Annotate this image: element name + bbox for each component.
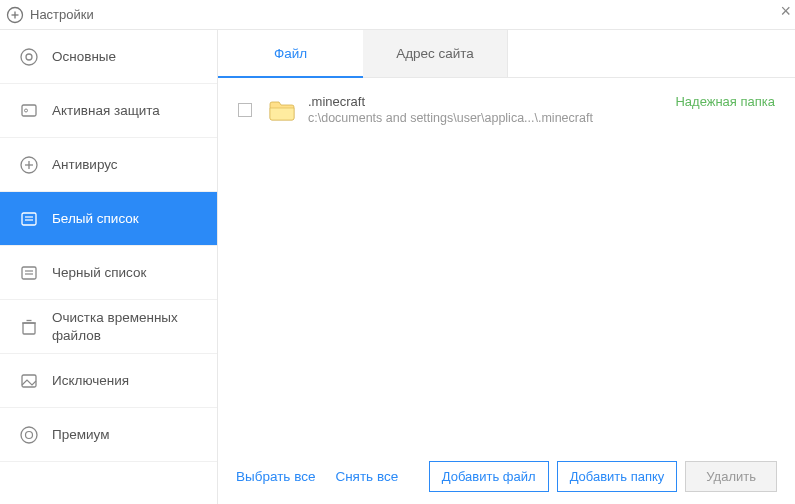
blacklist-icon [18, 262, 40, 284]
tabs-spacer [508, 30, 795, 78]
file-status: Надежная папка [675, 94, 775, 109]
add-folder-button[interactable]: Добавить папку [557, 461, 678, 492]
sidebar-item-active-protection[interactable]: Активная защита [0, 84, 217, 138]
main-panel: Файл Адрес сайта .minecraft c:\documents… [218, 30, 795, 504]
gear-icon [18, 46, 40, 68]
plus-circle-icon [6, 6, 24, 24]
window-title: Настройки [30, 7, 94, 22]
sidebar-item-label: Премиум [52, 427, 109, 442]
sidebar-item-label: Активная защита [52, 103, 160, 118]
whitelist-icon [18, 208, 40, 230]
svg-point-4 [26, 54, 32, 60]
sidebar-item-label: Основные [52, 49, 116, 64]
sidebar-item-cleanup[interactable]: Очистка временных файлов [0, 300, 217, 354]
sidebar-item-label: Очистка временных файлов [52, 309, 178, 344]
trash-icon [18, 316, 40, 338]
file-path: c:\documents and settings\user\applica..… [308, 111, 675, 125]
sidebar-item-label: Черный список [52, 265, 146, 280]
sidebar-item-label: Белый список [52, 211, 139, 226]
close-button[interactable]: × [776, 0, 795, 22]
tabs: Файл Адрес сайта [218, 30, 795, 78]
sidebar-item-label: Исключения [52, 373, 129, 388]
svg-rect-19 [22, 375, 36, 387]
delete-button[interactable]: Удалить [685, 461, 777, 492]
checkbox[interactable] [238, 103, 252, 117]
list-item[interactable]: .minecraft c:\documents and settings\use… [218, 78, 795, 135]
svg-rect-13 [22, 267, 36, 279]
tab-site[interactable]: Адрес сайта [363, 30, 508, 78]
file-list: .minecraft c:\documents and settings\use… [218, 78, 795, 448]
file-name: .minecraft [308, 94, 675, 109]
premium-icon [18, 424, 40, 446]
svg-point-21 [26, 431, 33, 438]
add-file-button[interactable]: Добавить файл [429, 461, 549, 492]
image-icon [18, 370, 40, 392]
sidebar: Основные Активная защита Антивирус Белый… [0, 30, 218, 504]
file-info: .minecraft c:\documents and settings\use… [308, 94, 675, 125]
sidebar-item-label: Антивирус [52, 157, 118, 172]
sidebar-item-general[interactable]: Основные [0, 30, 217, 84]
svg-rect-16 [23, 323, 35, 334]
svg-point-3 [21, 49, 37, 65]
deselect-all-link[interactable]: Снять все [335, 469, 398, 484]
sidebar-item-whitelist[interactable]: Белый список [0, 192, 217, 246]
shield-icon [18, 100, 40, 122]
sidebar-item-blacklist[interactable]: Черный список [0, 246, 217, 300]
plus-circle-icon [18, 154, 40, 176]
folder-icon [268, 98, 296, 122]
sidebar-item-exceptions[interactable]: Исключения [0, 354, 217, 408]
sidebar-item-antivirus[interactable]: Антивирус [0, 138, 217, 192]
svg-point-6 [25, 109, 28, 112]
titlebar: Настройки × [0, 0, 795, 30]
select-all-link[interactable]: Выбрать все [236, 469, 315, 484]
sidebar-item-premium[interactable]: Премиум [0, 408, 217, 462]
svg-point-20 [21, 427, 37, 443]
tab-file[interactable]: Файл [218, 30, 363, 78]
footer: Выбрать все Снять все Добавить файл Доба… [218, 448, 795, 504]
svg-rect-10 [22, 213, 36, 225]
